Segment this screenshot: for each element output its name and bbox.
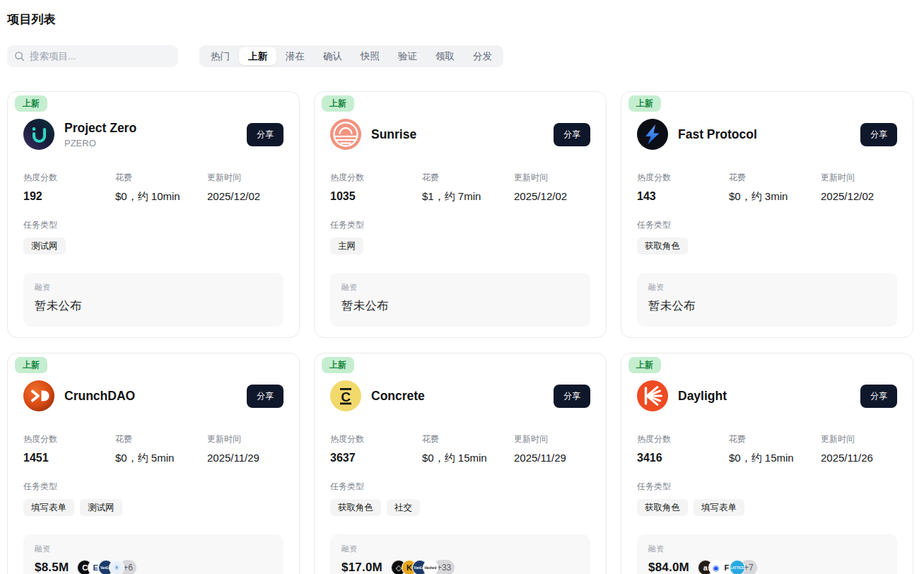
heat-label: 热度分数: [330, 433, 422, 445]
tab-confirmed[interactable]: 确认: [314, 47, 351, 65]
funding-amount: 暂未公布: [341, 298, 389, 314]
funding-label: 融资: [341, 544, 579, 554]
updated-label: 更新时间: [821, 433, 897, 445]
tab-verify[interactable]: 验证: [389, 47, 426, 65]
share-button[interactable]: 分享: [860, 385, 897, 408]
updated-value: 2025/12/02: [514, 190, 590, 202]
task-chip: 社交: [387, 499, 420, 516]
status-badge: 上新: [15, 357, 47, 373]
cost-value: $0，约 15min: [422, 452, 514, 465]
cost-label: 花费: [115, 433, 207, 445]
task-type-label: 任务类型: [330, 219, 590, 231]
heat-label: 热度分数: [637, 433, 729, 445]
project-name: Sunrise: [371, 127, 554, 142]
project-list-page: 项目列表 热门 上新 潜在 确认 快照 验证 领取 分发 上新: [0, 0, 924, 574]
task-type-label: 任务类型: [330, 481, 590, 493]
project-name: Fast Protocol: [678, 127, 860, 142]
tab-distribute[interactable]: 分发: [464, 47, 501, 65]
heat-value: 3637: [330, 452, 422, 464]
share-button[interactable]: 分享: [554, 123, 590, 146]
project-card-fast-protocol[interactable]: 上新 Fast Protocol 分享 热度分数: [621, 91, 913, 338]
funding-box: 融资 $8.5M C E VanEck ☀ +6: [23, 534, 283, 574]
page-title: 项目列表: [7, 11, 913, 28]
tab-potential[interactable]: 潜在: [276, 47, 314, 65]
project-card-concrete[interactable]: 上新 C Concrete 分享 热度分数 3637 花费 $0，约 15min: [314, 353, 607, 574]
updated-label: 更新时间: [514, 433, 590, 445]
project-name: CrunchDAO: [64, 389, 247, 404]
cost-label: 花费: [422, 433, 514, 445]
tab-hot[interactable]: 热门: [201, 47, 239, 65]
task-chip: 主网: [330, 238, 363, 254]
tab-snapshot[interactable]: 快照: [351, 47, 389, 65]
fast-protocol-logo-icon: [637, 119, 668, 150]
funding-amount: $84.0M: [648, 561, 689, 574]
stats-row: 热度分数 143 花费 $0，约 3min 更新时间 2025/12/02: [637, 172, 897, 204]
funding-label: 融资: [35, 282, 272, 293]
share-button[interactable]: 分享: [247, 123, 283, 146]
heat-label: 热度分数: [23, 433, 115, 445]
updated-value: 2025/12/02: [207, 190, 283, 202]
updated-value: 2025/11/26: [821, 452, 897, 464]
stats-row: 热度分数 3416 花费 $0，约 15min 更新时间 2025/11/26: [637, 433, 897, 465]
project-zero-logo-icon: [23, 119, 54, 150]
status-badge: 上新: [628, 357, 661, 373]
funding-amount: 暂未公布: [648, 298, 696, 314]
cost-value: $0，约 3min: [729, 190, 821, 204]
status-badge: 上新: [322, 95, 354, 112]
cost-label: 花费: [729, 172, 821, 184]
investor-avatars: a ◉ F LATTICE +7: [698, 560, 757, 574]
project-name: Project Zero: [64, 121, 247, 136]
funding-amount: 暂未公布: [35, 298, 82, 314]
cost-value: $1，约 7min: [422, 190, 514, 204]
funding-label: 融资: [648, 544, 886, 554]
crunchdao-logo-icon: [23, 380, 54, 411]
share-button[interactable]: 分享: [860, 123, 897, 146]
funding-amount: $8.5M: [35, 561, 69, 574]
project-card-sunrise[interactable]: 上新 Sunrise 分享 热度分数 1035 花费: [314, 91, 607, 338]
task-chip: 填写表单: [694, 499, 744, 516]
cost-value: $0，约 5min: [115, 452, 207, 465]
investor-avatar: Hashed: [423, 560, 438, 574]
updated-label: 更新时间: [207, 433, 283, 445]
heat-value: 3416: [637, 452, 729, 464]
updated-value: 2025/11/29: [207, 452, 283, 464]
stats-row: 热度分数 1035 花费 $1，约 7min 更新时间 2025/12/02: [330, 172, 590, 204]
task-chip: 测试网: [80, 499, 122, 516]
funding-box: 融资 $17.0M ◇ K VanEck Hashed +33: [330, 534, 590, 574]
cost-value: $0，约 10min: [115, 190, 207, 204]
stats-row: 热度分数 192 花费 $0，约 10min 更新时间 2025/12/02: [23, 172, 283, 204]
heat-label: 热度分数: [23, 172, 115, 184]
daylight-logo-icon: [637, 380, 668, 411]
tab-new[interactable]: 上新: [239, 47, 276, 65]
project-name: Concrete: [371, 389, 554, 404]
sunrise-logo-icon: [330, 119, 361, 150]
project-name: Daylight: [678, 389, 860, 404]
share-button[interactable]: 分享: [554, 385, 590, 408]
project-card-crunchdao[interactable]: 上新 CrunchDAO 分享 热度分数: [7, 353, 300, 574]
task-type-label: 任务类型: [23, 219, 283, 231]
heat-label: 热度分数: [330, 172, 422, 184]
search-input[interactable]: [30, 51, 171, 62]
stats-row: 热度分数 3637 花费 $0，约 15min 更新时间 2025/11/29: [330, 433, 590, 465]
cost-value: $0，约 15min: [729, 452, 821, 465]
project-card-daylight[interactable]: 上新 Daylight 分享 热度分数 3416: [621, 353, 913, 574]
updated-value: 2025/12/02: [821, 190, 897, 202]
updated-label: 更新时间: [514, 172, 590, 184]
tab-bar: 热门 上新 潜在 确认 快照 验证 领取 分发: [199, 45, 503, 67]
funding-box: 融资 暂未公布: [330, 273, 590, 327]
funding-box: 融资 $84.0M a ◉ F LATTICE +7: [637, 534, 897, 574]
investor-avatars: ◇ K VanEck Hashed +33: [391, 560, 455, 574]
search-box[interactable]: [7, 45, 178, 67]
svg-text:C: C: [341, 390, 351, 404]
task-chip: 获取角色: [330, 499, 381, 516]
cost-label: 花费: [115, 172, 207, 184]
tab-claim[interactable]: 领取: [426, 47, 464, 65]
share-button[interactable]: 分享: [247, 385, 283, 408]
heat-value: 192: [23, 190, 115, 203]
task-type-label: 任务类型: [637, 219, 897, 231]
funding-label: 融资: [35, 544, 272, 554]
project-card-project-zero[interactable]: 上新 Project Zero PZERO 分享: [7, 91, 300, 338]
heat-value: 143: [637, 190, 729, 203]
updated-label: 更新时间: [821, 172, 897, 184]
concrete-logo-icon: C: [330, 380, 361, 411]
